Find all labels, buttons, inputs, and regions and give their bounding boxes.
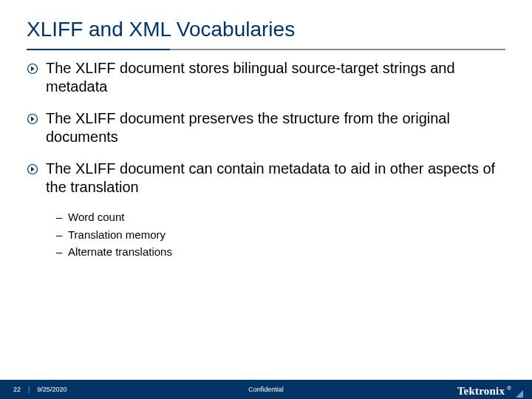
arrow-circle-right-icon	[27, 163, 38, 175]
triangle-icon	[516, 390, 523, 398]
sub-bullet-item: – Alternate translations	[56, 245, 505, 259]
sub-bullet-text: Translation memory	[68, 228, 166, 242]
slide-footer: 22 | 9/25/2020 Confidential Tektronix ®	[0, 380, 532, 399]
sub-bullet-list: – Word count – Translation memory – Alte…	[56, 210, 505, 259]
arrow-circle-right-icon	[27, 63, 38, 75]
sub-bullet-item: – Word count	[56, 210, 505, 225]
title-underline	[27, 49, 505, 50]
arrow-circle-right-icon	[27, 113, 38, 125]
bullet-item: The XLIFF document can contain metadata …	[27, 160, 505, 197]
bullet-item: The XLIFF document stores bilingual sour…	[27, 59, 505, 96]
registered-mark-icon: ®	[507, 385, 511, 392]
bullet-text: The XLIFF document can contain metadata …	[46, 160, 505, 197]
sub-bullet-text: Word count	[68, 210, 124, 225]
footer-confidential: Confidential	[0, 386, 532, 393]
brand-logo-text: Tektronix	[457, 385, 505, 398]
sub-bullet-text: Alternate translations	[68, 245, 172, 259]
bullet-text: The XLIFF document preserves the structu…	[46, 109, 505, 146]
sub-bullet-item: – Translation memory	[56, 228, 505, 242]
brand-logo: Tektronix ®	[457, 385, 523, 398]
bullet-text: The XLIFF document stores bilingual sour…	[46, 59, 505, 96]
dash-icon: –	[56, 228, 68, 242]
dash-icon: –	[56, 245, 68, 259]
dash-icon: –	[56, 210, 68, 225]
slide: XLIFF and XML Vocabularies The XLIFF doc…	[0, 0, 532, 399]
bullet-item: The XLIFF document preserves the structu…	[27, 109, 505, 146]
slide-title: XLIFF and XML Vocabularies	[27, 18, 505, 41]
slide-body: The XLIFF document stores bilingual sour…	[27, 59, 505, 262]
